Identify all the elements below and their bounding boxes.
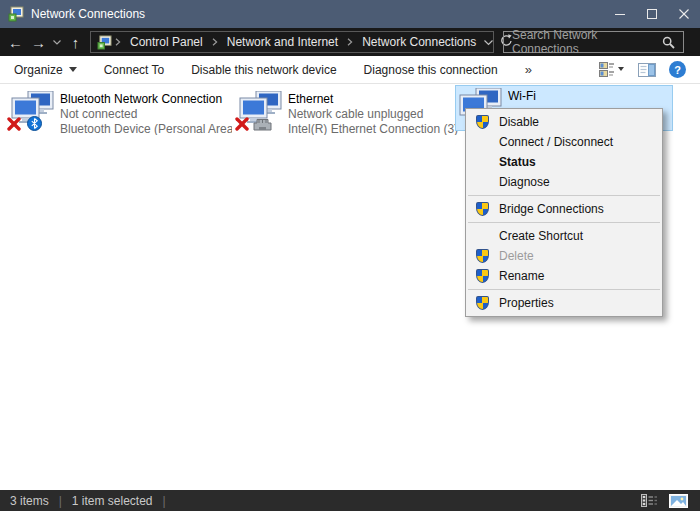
help-button[interactable]: ? [669,61,686,78]
status-divider: | [59,494,62,508]
disconnected-x-icon [235,117,249,134]
breadcrumb-chevron-icon [346,38,354,46]
address-bar[interactable]: Control Panel Network and Internet Netwo… [90,31,494,53]
titlebar: Network Connections [0,0,700,28]
preview-pane-button[interactable] [638,63,656,77]
adapter-device: Bluetooth Device (Personal Area ... [60,122,232,135]
command-button[interactable]: Diagnose this connection [364,63,498,77]
uac-shield-icon [476,249,489,263]
breadcrumb: Control Panel Network and Internet Netwo… [114,32,484,52]
context-menu-item[interactable]: Bridge Connections [466,199,662,219]
context-menu-item[interactable]: Status [466,152,662,172]
adapter-name: Bluetooth Network Connection [60,92,232,107]
breadcrumb-chevron-icon [114,38,122,46]
navigation-bar: ← → ↑ Control Panel Network and Internet… [0,28,700,56]
maximize-button[interactable] [636,0,668,28]
breadcrumb-chevron-icon [211,38,219,46]
command-button[interactable]: Disable this network device [191,63,336,77]
uac-shield-icon [476,296,489,310]
command-bar-buttons: Organize Connect To Disable this network… [14,63,525,77]
context-menu-item[interactable]: Connect / Disconnect [466,132,662,152]
adapter-status: Not connected [60,107,232,122]
context-menu-item: Delete [466,246,662,266]
adapter-text: Ethernet Network cable unplugged Intel(R… [288,89,460,135]
command-button[interactable]: Connect To [104,63,165,77]
adapter-type-badge-icon [253,118,272,134]
menu-separator [468,289,660,290]
network-adapter-icon [238,91,284,133]
uac-shield-icon [476,202,489,216]
close-button[interactable] [668,0,700,28]
selected-count: 1 item selected [72,494,153,508]
search-placeholder: Search Network Connections [512,28,662,56]
menu-icon-slot [466,249,499,263]
recent-pages-chevron-icon[interactable] [50,30,64,54]
menu-icon-slot [466,202,499,216]
menu-separator [468,222,660,223]
breadcrumb-item[interactable]: Network Connections [354,35,484,49]
network-connections-window: Network Connections ← → ↑ Control Panel [0,0,700,511]
dropdown-caret-icon [69,67,77,72]
disconnected-x-icon [7,117,21,134]
breadcrumb-item[interactable]: Network and Internet [219,35,346,49]
breadcrumb-item[interactable]: Control Panel [122,35,211,49]
item-count: 3 items [10,494,49,508]
context-menu-item[interactable]: Diagnose [466,172,662,192]
command-bar: Organize Connect To Disable this network… [0,56,700,84]
network-connections-folder-icon [97,35,112,50]
context-menu-item[interactable]: Create Shortcut [466,226,662,246]
details-view-button[interactable] [639,493,660,508]
back-button[interactable]: ← [4,30,27,54]
menu-icon-slot [466,296,499,310]
adapter-tile[interactable]: Ethernet Network cable unplugged Intel(R… [236,89,460,135]
adapter-name: Ethernet [288,92,460,107]
search-box[interactable]: Search Network Connections [503,31,684,53]
status-view-toggles [639,493,690,509]
adapter-name: Wi-Fi [508,89,536,104]
status-bar: 3 items | 1 item selected | [0,490,700,511]
large-icons-view-button[interactable] [667,493,690,509]
forward-button[interactable]: → [27,30,50,54]
adapter-text: Bluetooth Network Connection Not connect… [60,89,232,135]
up-button[interactable]: ↑ [64,30,87,54]
window-controls [604,0,700,28]
minimize-button[interactable] [604,0,636,28]
menu-separator [468,195,660,196]
status-divider: | [163,494,166,508]
adapter-status: Network cable unplugged [288,107,460,122]
context-menu-item[interactable]: Properties [466,293,662,313]
adapter-type-badge-icon [27,116,42,134]
network-adapter-icon [10,91,56,133]
address-dropdown-chevron-icon[interactable] [484,35,493,49]
context-menu: Disable Connect / Disconnect Status Diag… [465,108,663,317]
change-view-button[interactable] [599,62,625,77]
uac-shield-icon [476,115,489,129]
uac-shield-icon [476,269,489,283]
menu-icon-slot [466,269,499,283]
search-icon[interactable] [662,36,675,49]
command-button[interactable]: Organize [14,63,77,77]
command-bar-right: ? [599,61,686,78]
adapter-device: Intel(R) Ethernet Connection (3) I... [288,122,460,135]
menu-icon-slot [466,115,499,129]
window-title: Network Connections [31,7,145,21]
more-commands-button[interactable]: » [525,62,532,77]
context-menu-item[interactable]: Disable [466,112,662,132]
adapter-tile[interactable]: Bluetooth Network Connection Not connect… [8,89,232,135]
network-connections-app-icon [8,6,24,22]
file-list-area[interactable]: Bluetooth Network Connection Not connect… [0,84,700,490]
context-menu-item[interactable]: Rename [466,266,662,286]
